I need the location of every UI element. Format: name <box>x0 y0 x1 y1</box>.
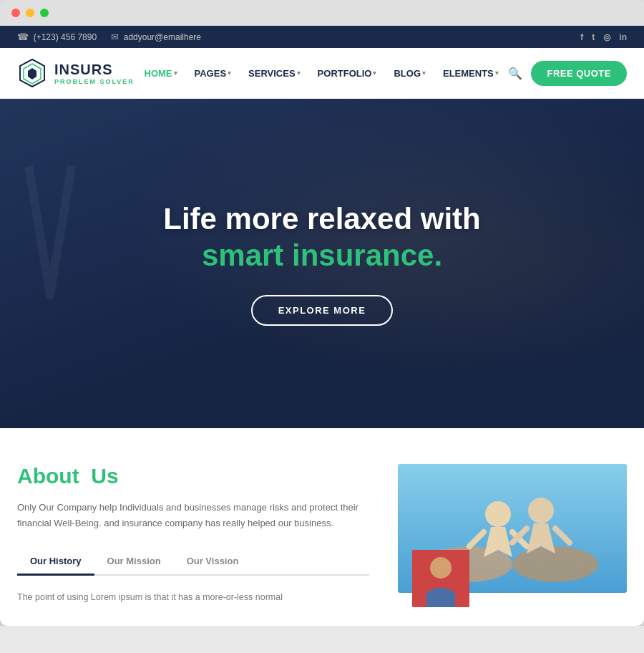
about-title: About Us <box>17 464 369 488</box>
about-right <box>398 464 627 593</box>
logo-subtitle: PROBLEM SOLVER <box>54 78 135 85</box>
free-quote-button[interactable]: FREE QUOTE <box>531 61 627 86</box>
hero-title-line1: Life more relaxed with <box>163 201 480 237</box>
email-icon: ✉ <box>111 32 119 42</box>
navbar: INSURS PROBLEM SOLVER HOME ▾ PAGES ▾ SER… <box>0 48 644 99</box>
about-tab-content: The point of using Lorem ipsum is that i… <box>17 590 369 604</box>
phone-icon: ☎ <box>17 32 29 42</box>
chevron-down-icon: ▾ <box>228 69 231 77</box>
chevron-down-icon: ▾ <box>297 69 301 77</box>
browser-window: ☎ (+123) 456 7890 ✉ addyour@emailhere f … <box>0 0 644 626</box>
nav-pages[interactable]: PAGES ▾ <box>187 64 239 83</box>
instagram-icon[interactable]: ◎ <box>603 32 610 42</box>
topbar: ☎ (+123) 456 7890 ✉ addyour@emailhere f … <box>0 26 644 48</box>
nav-blog[interactable]: BLOG ▾ <box>386 64 433 83</box>
search-icon[interactable]: 🔍 <box>508 67 522 80</box>
nav-home[interactable]: HOME ▾ <box>137 64 185 83</box>
about-image-container <box>398 464 627 593</box>
tab-our-mission[interactable]: Our Mission <box>94 548 174 576</box>
nav-links: HOME ▾ PAGES ▾ SERVICES ▾ PORTFOLIO ▾ BL… <box>137 64 506 83</box>
logo-icon <box>17 58 47 88</box>
tab-our-history[interactable]: Our History <box>17 548 94 576</box>
nav-services[interactable]: SERVICES ▾ <box>241 64 308 83</box>
svg-point-7 <box>528 498 554 523</box>
email-info: ✉ addyour@emailhere <box>111 32 201 42</box>
hero-title-line2: smart insurance. <box>163 238 480 274</box>
logo-text: INSURS PROBLEM SOLVER <box>54 62 135 85</box>
about-tabs: Our History Our Mission Our Vission <box>17 548 369 576</box>
chevron-down-icon: ▾ <box>373 69 376 77</box>
hero-content: Life more relaxed with smart insurance. … <box>0 99 644 428</box>
facebook-icon[interactable]: f <box>580 32 583 42</box>
twitter-icon[interactable]: t <box>592 32 595 42</box>
nav-portfolio[interactable]: PORTFOLIO ▾ <box>311 64 384 83</box>
chevron-down-icon: ▾ <box>422 69 426 77</box>
topbar-left: ☎ (+123) 456 7890 ✉ addyour@emailhere <box>17 32 201 42</box>
hero-title: Life more relaxed with smart insurance. <box>163 201 480 274</box>
hero-section: Life more relaxed with smart insurance. … <box>0 99 644 428</box>
logo-name: INSURS <box>54 62 135 78</box>
chevron-down-icon: ▾ <box>495 69 499 77</box>
svg-point-9 <box>430 557 452 579</box>
window-chrome <box>0 0 644 26</box>
about-overlay-image <box>412 550 469 607</box>
tab-our-vision[interactable]: Our Vission <box>174 548 252 576</box>
about-section: About Us Only Our Company help Individua… <box>0 428 644 626</box>
svg-point-5 <box>512 546 598 582</box>
about-left: About Us Only Our Company help Individua… <box>17 464 369 604</box>
website-content: ☎ (+123) 456 7890 ✉ addyour@emailhere f … <box>0 26 644 626</box>
social-links: f t ◎ in <box>580 32 627 42</box>
about-title-colored: Us <box>91 464 118 488</box>
explore-more-button[interactable]: EXPLORE MORE <box>251 295 394 326</box>
chevron-down-icon: ▾ <box>174 69 177 77</box>
about-title-plain: About <box>17 464 79 488</box>
linkedin-icon[interactable]: in <box>619 32 627 42</box>
minimize-dot[interactable] <box>26 9 34 17</box>
about-description: Only Our Company help Individuals and bu… <box>17 500 369 531</box>
maximize-dot[interactable] <box>40 9 49 17</box>
close-dot[interactable] <box>11 9 20 17</box>
phone-info: ☎ (+123) 456 7890 <box>17 32 97 42</box>
svg-marker-2 <box>28 68 36 79</box>
nav-elements[interactable]: ELEMENTS ▾ <box>436 64 506 83</box>
svg-point-6 <box>485 501 511 527</box>
logo-area: INSURS PROBLEM SOLVER <box>17 58 135 88</box>
nav-right: 🔍 FREE QUOTE <box>508 61 627 86</box>
email-address: addyour@emailhere <box>124 32 201 42</box>
phone-number: (+123) 456 7890 <box>34 32 97 42</box>
